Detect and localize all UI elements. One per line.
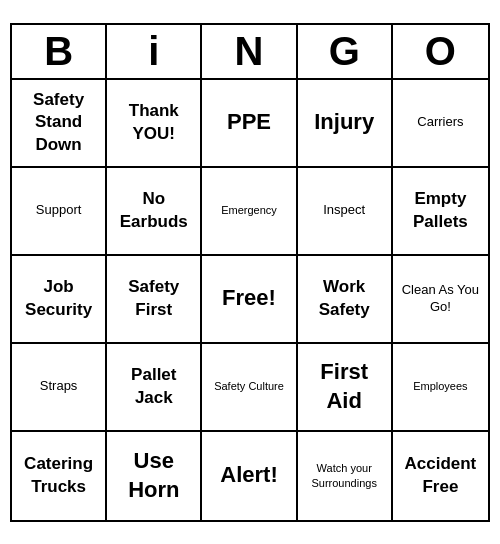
bingo-header: BiNGO [12,25,488,80]
bingo-cell: Emergency [202,168,297,256]
bingo-cell: Safety Stand Down [12,80,107,168]
bingo-cell: Use Horn [107,432,202,520]
bingo-cell: Injury [298,80,393,168]
bingo-cell: Alert! [202,432,297,520]
bingo-cell: PPE [202,80,297,168]
bingo-cell: No Earbuds [107,168,202,256]
bingo-cell: Support [12,168,107,256]
bingo-cell: Accident Free [393,432,488,520]
bingo-grid: Safety Stand DownThank YOU!PPEInjuryCarr… [12,80,488,520]
bingo-cell: Empty Pallets [393,168,488,256]
bingo-cell: Watch your Surroundings [298,432,393,520]
bingo-cell: Safety First [107,256,202,344]
bingo-cell: Inspect [298,168,393,256]
bingo-cell: Employees [393,344,488,432]
header-letter: i [107,25,202,78]
header-letter: O [393,25,488,78]
bingo-card: BiNGO Safety Stand DownThank YOU!PPEInju… [10,23,490,522]
bingo-cell: Thank YOU! [107,80,202,168]
bingo-cell: Safety Culture [202,344,297,432]
header-letter: B [12,25,107,78]
bingo-cell: Work Safety [298,256,393,344]
bingo-cell: Carriers [393,80,488,168]
bingo-cell: Catering Trucks [12,432,107,520]
bingo-cell: Straps [12,344,107,432]
header-letter: G [298,25,393,78]
bingo-cell: First Aid [298,344,393,432]
bingo-cell: Pallet Jack [107,344,202,432]
header-letter: N [202,25,297,78]
bingo-cell: Clean As You Go! [393,256,488,344]
bingo-cell: Job Security [12,256,107,344]
bingo-cell: Free! [202,256,297,344]
